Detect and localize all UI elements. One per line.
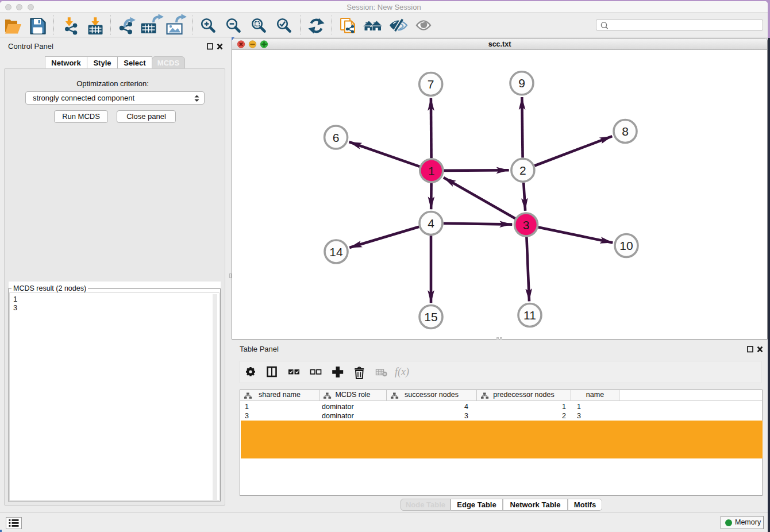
svg-text:11: 11	[523, 309, 536, 322]
svg-text:10: 10	[619, 239, 633, 252]
svg-text:15: 15	[424, 310, 437, 323]
svg-text:8: 8	[622, 125, 629, 138]
svg-text:1: 1	[428, 164, 435, 178]
svg-text:4: 4	[428, 217, 434, 230]
svg-text:9: 9	[518, 76, 525, 90]
svg-text:7: 7	[428, 78, 434, 91]
svg-text:3: 3	[523, 218, 530, 232]
svg-text:14: 14	[329, 245, 343, 259]
svg-text:2: 2	[519, 164, 526, 177]
svg-text:6: 6	[333, 131, 340, 144]
svg-text:f(x): f(x)	[395, 366, 409, 378]
